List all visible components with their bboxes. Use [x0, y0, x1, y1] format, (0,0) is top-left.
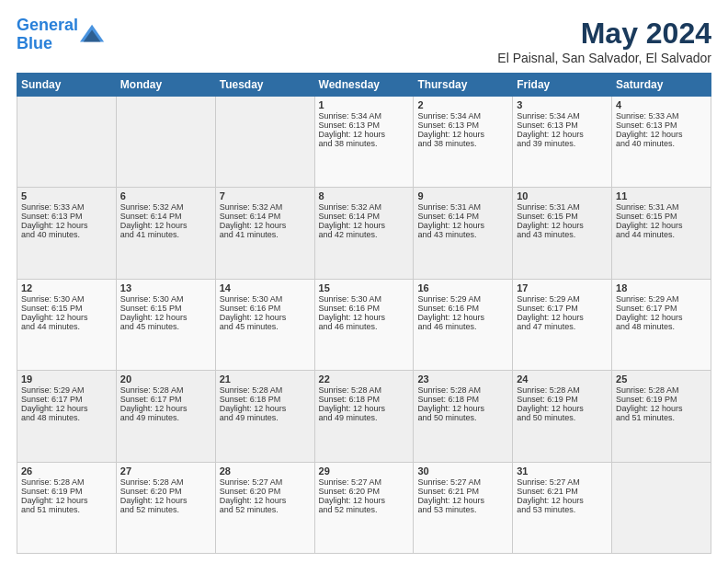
- day-info: Sunrise: 5:29 AM: [616, 294, 707, 304]
- day-number: 31: [517, 465, 608, 477]
- day-number: 7: [220, 190, 311, 201]
- day-info: Sunset: 6:20 PM: [319, 487, 410, 496]
- day-info: and 43 minutes.: [417, 230, 508, 239]
- day-number: 11: [616, 190, 707, 201]
- day-info: and 41 minutes.: [120, 230, 211, 239]
- day-info: Daylight: 12 hours: [517, 221, 608, 230]
- day-number: 14: [220, 282, 311, 293]
- day-info: Daylight: 12 hours: [616, 130, 707, 139]
- day-info: Sunrise: 5:27 AM: [517, 477, 608, 487]
- day-info: Sunrise: 5:30 AM: [319, 294, 410, 304]
- day-info: and 48 minutes.: [616, 322, 707, 331]
- day-info: Sunset: 6:15 PM: [120, 304, 211, 313]
- logo-icon: [80, 22, 106, 48]
- day-info: and 41 minutes.: [220, 230, 311, 239]
- header: General Blue May 2024 El Paisnal, San Sa…: [17, 17, 711, 65]
- calendar-week-row: 5Sunrise: 5:33 AMSunset: 6:13 PMDaylight…: [17, 188, 711, 279]
- day-info: Daylight: 12 hours: [417, 404, 508, 413]
- day-info: and 44 minutes.: [21, 322, 112, 331]
- day-info: Sunset: 6:16 PM: [220, 304, 311, 313]
- day-info: Sunset: 6:19 PM: [517, 395, 608, 404]
- day-info: Daylight: 12 hours: [417, 130, 508, 139]
- day-info: and 42 minutes.: [319, 230, 410, 239]
- day-info: Sunrise: 5:30 AM: [220, 294, 311, 304]
- calendar-cell: 10Sunrise: 5:31 AMSunset: 6:15 PMDayligh…: [513, 188, 612, 279]
- calendar-week-row: 26Sunrise: 5:28 AMSunset: 6:19 PMDayligh…: [17, 462, 711, 553]
- calendar-cell: [116, 97, 215, 188]
- day-info: and 38 minutes.: [417, 139, 508, 148]
- col-thursday: Thursday: [414, 74, 513, 97]
- calendar-cell: 24Sunrise: 5:28 AMSunset: 6:19 PMDayligh…: [513, 371, 612, 462]
- day-info: and 52 minutes.: [220, 505, 311, 514]
- day-number: 25: [616, 373, 707, 385]
- day-info: Daylight: 12 hours: [120, 404, 211, 413]
- day-info: Sunset: 6:13 PM: [21, 212, 112, 221]
- day-number: 26: [21, 465, 112, 477]
- day-info: Sunset: 6:19 PM: [21, 487, 112, 496]
- day-info: Daylight: 12 hours: [517, 313, 608, 322]
- day-number: 19: [21, 373, 112, 385]
- day-number: 6: [120, 190, 211, 201]
- day-info: Sunrise: 5:32 AM: [120, 202, 211, 212]
- col-monday: Monday: [116, 74, 215, 97]
- day-info: and 53 minutes.: [517, 505, 608, 514]
- day-info: Sunrise: 5:31 AM: [517, 202, 608, 212]
- day-info: and 49 minutes.: [120, 413, 211, 422]
- day-info: and 44 minutes.: [616, 230, 707, 239]
- day-info: Sunrise: 5:31 AM: [616, 202, 707, 212]
- calendar-cell: 3Sunrise: 5:34 AMSunset: 6:13 PMDaylight…: [513, 97, 612, 188]
- day-info: Sunrise: 5:30 AM: [120, 294, 211, 304]
- day-info: and 45 minutes.: [120, 322, 211, 331]
- day-number: 20: [120, 373, 211, 385]
- day-number: 29: [319, 465, 410, 477]
- calendar-cell: 2Sunrise: 5:34 AMSunset: 6:13 PMDaylight…: [414, 97, 513, 188]
- day-number: 1: [319, 99, 410, 110]
- day-number: 15: [319, 282, 410, 293]
- day-info: Sunset: 6:21 PM: [517, 487, 608, 496]
- calendar-cell: [215, 97, 314, 188]
- calendar-cell: 9Sunrise: 5:31 AMSunset: 6:14 PMDaylight…: [414, 188, 513, 279]
- day-info: Daylight: 12 hours: [120, 496, 211, 505]
- calendar-cell: 28Sunrise: 5:27 AMSunset: 6:20 PMDayligh…: [215, 462, 314, 553]
- day-info: and 52 minutes.: [120, 505, 211, 514]
- day-info: Sunset: 6:20 PM: [120, 487, 211, 496]
- day-info: Daylight: 12 hours: [220, 496, 311, 505]
- calendar-cell: 6Sunrise: 5:32 AMSunset: 6:14 PMDaylight…: [116, 188, 215, 279]
- day-info: Sunrise: 5:27 AM: [417, 477, 508, 487]
- day-info: Sunset: 6:13 PM: [417, 121, 508, 130]
- calendar-header-row: Sunday Monday Tuesday Wednesday Thursday…: [17, 74, 711, 97]
- day-info: Daylight: 12 hours: [220, 313, 311, 322]
- calendar-cell: [17, 97, 117, 188]
- day-info: and 43 minutes.: [517, 230, 608, 239]
- day-number: 13: [120, 282, 211, 293]
- calendar-cell: 31Sunrise: 5:27 AMSunset: 6:21 PMDayligh…: [513, 462, 612, 553]
- day-info: Sunset: 6:18 PM: [417, 395, 508, 404]
- day-info: and 50 minutes.: [517, 413, 608, 422]
- day-number: 10: [517, 190, 608, 201]
- day-number: 5: [21, 190, 112, 201]
- day-info: Sunset: 6:15 PM: [517, 212, 608, 221]
- day-info: Sunrise: 5:27 AM: [319, 477, 410, 487]
- day-number: 24: [517, 373, 608, 385]
- day-number: 3: [517, 99, 608, 110]
- day-info: and 49 minutes.: [319, 413, 410, 422]
- day-info: Sunset: 6:20 PM: [220, 487, 311, 496]
- day-number: 18: [616, 282, 707, 293]
- day-info: and 51 minutes.: [616, 413, 707, 422]
- day-info: and 51 minutes.: [21, 505, 112, 514]
- day-info: and 46 minutes.: [319, 322, 410, 331]
- day-info: and 47 minutes.: [517, 322, 608, 331]
- day-info: and 40 minutes.: [21, 230, 112, 239]
- day-info: Daylight: 12 hours: [417, 496, 508, 505]
- day-info: Sunrise: 5:32 AM: [319, 202, 410, 212]
- calendar-cell: 5Sunrise: 5:33 AMSunset: 6:13 PMDaylight…: [17, 188, 117, 279]
- day-info: Sunset: 6:16 PM: [417, 304, 508, 313]
- day-info: and 48 minutes.: [21, 413, 112, 422]
- calendar-cell: 23Sunrise: 5:28 AMSunset: 6:18 PMDayligh…: [414, 371, 513, 462]
- day-info: Sunrise: 5:33 AM: [21, 202, 112, 212]
- calendar-week-row: 1Sunrise: 5:34 AMSunset: 6:13 PMDaylight…: [17, 97, 711, 188]
- day-number: 21: [220, 373, 311, 385]
- day-info: Sunset: 6:17 PM: [616, 304, 707, 313]
- calendar-cell: 22Sunrise: 5:28 AMSunset: 6:18 PMDayligh…: [314, 371, 414, 462]
- day-info: Daylight: 12 hours: [517, 404, 608, 413]
